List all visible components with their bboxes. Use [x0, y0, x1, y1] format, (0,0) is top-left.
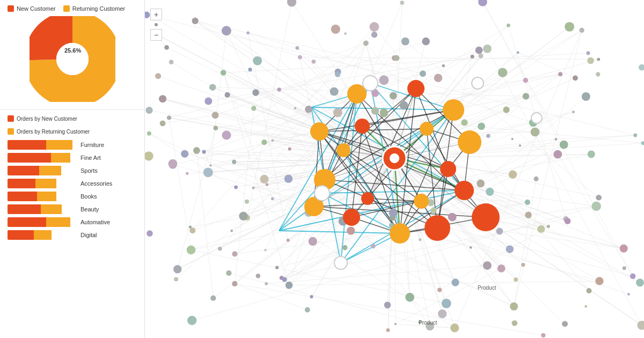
gray-node[interactable]: [637, 321, 644, 330]
cluster-node[interactable]: [355, 119, 370, 134]
gray-node[interactable]: [420, 70, 426, 77]
gray-node[interactable]: [438, 310, 447, 318]
gray-node[interactable]: [503, 107, 509, 113]
gray-node[interactable]: [633, 134, 637, 137]
white-node-4[interactable]: [472, 77, 484, 89]
gray-node[interactable]: [477, 180, 485, 188]
gray-node[interactable]: [587, 57, 594, 64]
gray-node[interactable]: [419, 238, 421, 241]
gray-node[interactable]: [486, 188, 494, 196]
gray-node[interactable]: [266, 183, 268, 186]
gray-node[interactable]: [591, 202, 601, 211]
gray-node[interactable]: [560, 141, 568, 149]
gray-node[interactable]: [282, 277, 287, 282]
gray-node[interactable]: [271, 139, 274, 142]
gray-node[interactable]: [558, 72, 562, 76]
white-node-3[interactable]: [334, 256, 347, 269]
gray-node[interactable]: [448, 213, 457, 222]
gray-node[interactable]: [226, 270, 231, 276]
gray-node[interactable]: [344, 32, 346, 34]
gray-node[interactable]: [160, 120, 166, 126]
gray-node[interactable]: [596, 195, 602, 201]
gray-node[interactable]: [202, 150, 206, 154]
gray-node[interactable]: [239, 212, 247, 221]
gray-node[interactable]: [212, 112, 219, 119]
gray-node[interactable]: [507, 24, 510, 27]
gray-node[interactable]: [506, 245, 514, 253]
gray-node[interactable]: [390, 92, 397, 100]
gray-node[interactable]: [641, 141, 644, 145]
gray-node[interactable]: [565, 22, 574, 32]
gray-node[interactable]: [232, 281, 237, 286]
gray-node[interactable]: [623, 266, 626, 270]
gray-node[interactable]: [189, 227, 195, 233]
gray-node[interactable]: [294, 107, 297, 109]
gray-node[interactable]: [232, 160, 236, 164]
gray-node[interactable]: [483, 45, 492, 53]
gray-node[interactable]: [298, 55, 302, 60]
gray-node[interactable]: [295, 46, 299, 50]
gray-node[interactable]: [167, 115, 171, 120]
gray-node[interactable]: [573, 75, 578, 80]
gray-node[interactable]: [587, 288, 592, 293]
gray-node[interactable]: [478, 0, 487, 6]
gray-node[interactable]: [553, 150, 562, 159]
gray-node[interactable]: [284, 174, 293, 183]
gray-node[interactable]: [369, 22, 379, 32]
gray-node[interactable]: [213, 126, 218, 130]
gray-node[interactable]: [620, 244, 628, 252]
gray-node[interactable]: [394, 55, 400, 61]
gray-node[interactable]: [363, 41, 369, 46]
zoom-out-button[interactable]: −: [150, 29, 162, 41]
cluster-node[interactable]: [458, 130, 481, 154]
gray-node[interactable]: [331, 25, 340, 34]
gray-node[interactable]: [541, 333, 545, 337]
cluster-node[interactable]: [440, 161, 456, 177]
gray-node[interactable]: [260, 175, 268, 183]
gray-node[interactable]: [437, 288, 442, 292]
gray-node[interactable]: [309, 237, 317, 246]
gray-node[interactable]: [442, 299, 451, 308]
gray-node[interactable]: [286, 282, 293, 289]
gray-node[interactable]: [253, 56, 262, 65]
gray-node[interactable]: [565, 218, 571, 224]
gray-node[interactable]: [169, 60, 174, 64]
gray-node[interactable]: [218, 247, 222, 251]
gray-node[interactable]: [379, 75, 389, 85]
gray-node[interactable]: [461, 119, 467, 126]
gray-node[interactable]: [422, 38, 430, 46]
gray-node[interactable]: [246, 31, 250, 34]
gray-node[interactable]: [523, 78, 528, 83]
cluster-node[interactable]: [390, 223, 410, 244]
gray-node[interactable]: [525, 200, 530, 205]
gray-node[interactable]: [147, 230, 153, 237]
gray-node[interactable]: [451, 278, 459, 286]
gray-node[interactable]: [287, 239, 290, 242]
gray-node[interactable]: [168, 159, 177, 168]
gray-node[interactable]: [305, 307, 310, 313]
gray-node[interactable]: [234, 185, 238, 189]
gray-node[interactable]: [394, 323, 397, 325]
gray-node[interactable]: [310, 295, 313, 298]
gray-node[interactable]: [509, 170, 517, 179]
gray-node[interactable]: [251, 106, 256, 111]
gray-node[interactable]: [187, 246, 196, 255]
gray-node[interactable]: [173, 265, 181, 273]
gray-node[interactable]: [232, 251, 237, 256]
gray-node[interactable]: [386, 328, 390, 332]
gray-node[interactable]: [225, 92, 230, 98]
gray-node[interactable]: [521, 263, 525, 267]
gray-node[interactable]: [572, 111, 575, 113]
gray-node[interactable]: [595, 277, 603, 285]
zoom-in-button[interactable]: +: [150, 9, 162, 20]
gray-node[interactable]: [511, 320, 517, 326]
cluster-node[interactable]: [414, 194, 429, 209]
gray-node[interactable]: [371, 107, 379, 114]
gray-node[interactable]: [597, 58, 600, 61]
gray-node[interactable]: [145, 107, 152, 114]
gray-node[interactable]: [174, 277, 178, 282]
gray-node[interactable]: [380, 109, 389, 117]
cluster-node[interactable]: [407, 80, 425, 97]
gray-node[interactable]: [525, 212, 531, 218]
gray-node[interactable]: [145, 151, 153, 160]
